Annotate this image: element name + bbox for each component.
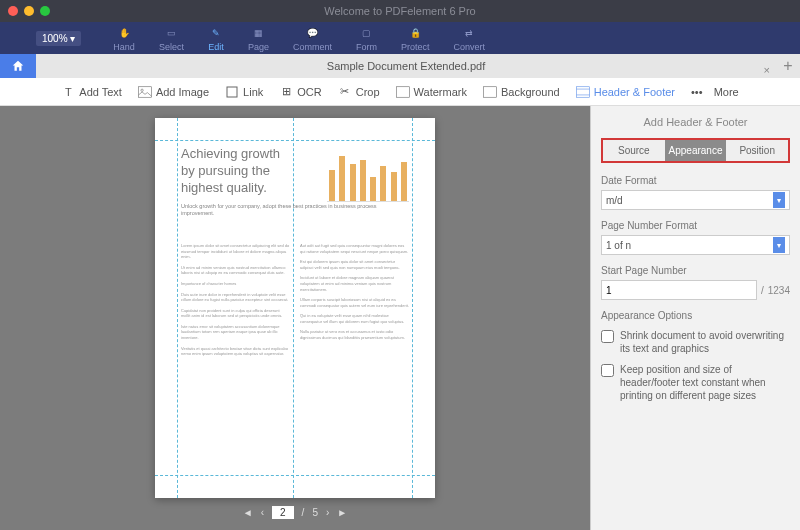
toolbar-comment-button[interactable]: 💬Comment	[293, 25, 332, 52]
header-footer-button[interactable]: Header & Footer	[576, 85, 675, 99]
svg-rect-2	[227, 87, 237, 97]
pdf-page: Achieving growth by pursuing the highest…	[155, 118, 435, 498]
add-image-button[interactable]: Add Image	[138, 85, 209, 99]
home-tab[interactable]	[0, 54, 36, 78]
svg-rect-4	[484, 86, 497, 97]
start-page-label: Start Page Number	[601, 265, 790, 276]
date-format-select[interactable]: m/d▾	[601, 190, 790, 210]
header-footer-panel: Add Header & Footer Source Appearance Po…	[590, 106, 800, 530]
page-navigator: ◄ ‹ 2 / 5 › ►	[243, 506, 347, 519]
toolbar-page-button[interactable]: ▦Page	[248, 25, 269, 52]
toolbar-hand-button[interactable]: ✋Hand	[113, 25, 135, 52]
more-button[interactable]: ••• More	[691, 86, 739, 98]
page-number-format-select[interactable]: 1 of n▾	[601, 235, 790, 255]
toolbar-edit-button[interactable]: ✎Edit	[208, 25, 224, 52]
doc-body: Lorem ipsum dolor sit amet consectetur a…	[181, 243, 409, 362]
add-text-button[interactable]: TAdd Text	[61, 85, 122, 99]
page-number-format-label: Page Number Format	[601, 220, 790, 231]
appearance-options-label: Appearance Options	[601, 310, 790, 321]
toolbar-convert-button[interactable]: ⇄Convert	[453, 25, 485, 52]
ocr-button[interactable]: ⊞OCR	[279, 85, 321, 99]
zoom-select[interactable]: 100% ▾	[36, 31, 81, 46]
svg-point-1	[141, 89, 143, 91]
next-icon[interactable]: ›	[326, 507, 329, 518]
add-tab-button[interactable]: +	[776, 57, 800, 75]
keep-position-option[interactable]: Keep position and size of header/footer …	[601, 363, 790, 402]
titlebar: Welcome to PDFelement 6 Pro	[0, 0, 800, 22]
shrink-option[interactable]: Shrink document to avoid overwriting its…	[601, 329, 790, 355]
watermark-button[interactable]: Watermark	[396, 85, 467, 99]
main-toolbar: 100% ▾ ✋Hand▭Select✎Edit▦Page💬Comment▢Fo…	[0, 22, 800, 54]
panel-title: Add Header & Footer	[601, 116, 790, 128]
toolbar-form-button[interactable]: ▢Form	[356, 25, 377, 52]
window-title: Welcome to PDFelement 6 Pro	[0, 5, 800, 17]
svg-rect-5	[576, 86, 589, 97]
tab-position[interactable]: Position	[726, 140, 788, 161]
doc-chart	[327, 150, 409, 202]
doc-subtitle: Unlock growth for your company, adopt th…	[181, 203, 409, 217]
prev-icon[interactable]: ‹	[261, 507, 264, 518]
start-page-input[interactable]	[601, 280, 757, 300]
link-button[interactable]: Link	[225, 85, 263, 99]
tab-source[interactable]: Source	[603, 140, 665, 161]
svg-rect-0	[138, 86, 151, 97]
background-button[interactable]: Background	[483, 85, 560, 99]
document-tab[interactable]: Sample Document Extended.pdf ×	[36, 60, 776, 72]
toolbar-protect-button[interactable]: 🔒Protect	[401, 25, 430, 52]
document-canvas[interactable]: Achieving growth by pursuing the highest…	[0, 106, 590, 530]
close-tab-icon[interactable]: ×	[764, 64, 770, 76]
prev-page-icon[interactable]: ◄	[243, 507, 253, 518]
svg-rect-3	[396, 86, 409, 97]
tab-appearance[interactable]: Appearance	[665, 140, 727, 161]
page-number-input[interactable]: 2	[272, 506, 294, 519]
document-tabbar: Sample Document Extended.pdf × +	[0, 54, 800, 78]
edit-subtoolbar: TAdd Text Add Image Link ⊞OCR ✂Crop Wate…	[0, 78, 800, 106]
page-total: 5	[312, 507, 318, 518]
last-page-icon[interactable]: ►	[337, 507, 347, 518]
date-format-label: Date Format	[601, 175, 790, 186]
toolbar-select-button[interactable]: ▭Select	[159, 25, 184, 52]
panel-tabs: Source Appearance Position	[601, 138, 790, 163]
crop-button[interactable]: ✂Crop	[338, 85, 380, 99]
total-pages: 1234	[768, 285, 790, 296]
